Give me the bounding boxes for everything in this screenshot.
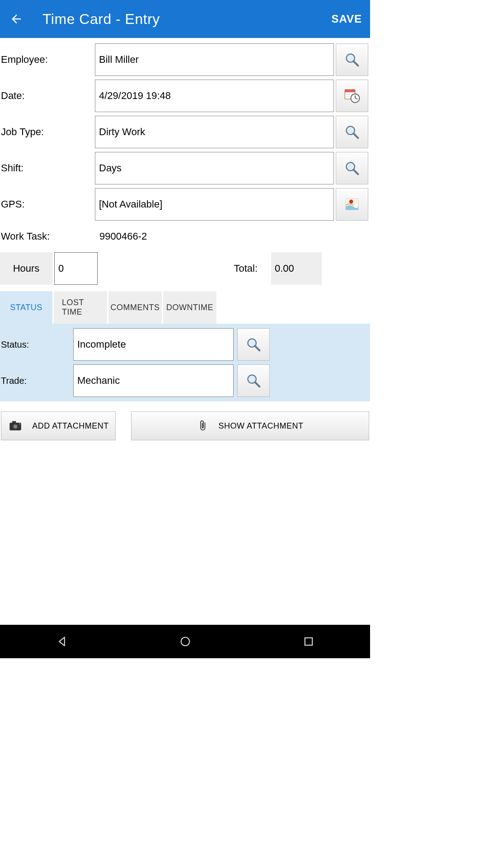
map-icon bbox=[343, 195, 361, 214]
tab-status[interactable]: STATUS bbox=[0, 291, 52, 324]
arrow-back-icon bbox=[9, 12, 23, 26]
employee-row: Employee: Bill Miller bbox=[0, 42, 370, 78]
tab-bar: STATUS LOST TIME COMMENTS DOWNTIME bbox=[0, 291, 370, 324]
svg-line-1 bbox=[353, 61, 358, 66]
status-label: Status: bbox=[1, 340, 73, 350]
add-attachment-button[interactable]: ADD ATTACHMENT bbox=[1, 411, 116, 440]
circle-home-icon bbox=[179, 635, 192, 648]
magnifier-icon bbox=[343, 51, 361, 69]
worktask-value: 9900466-2 bbox=[99, 231, 147, 242]
android-back-button[interactable] bbox=[54, 633, 70, 650]
shift-field[interactable]: Days bbox=[95, 152, 334, 184]
employee-label: Employee: bbox=[1, 54, 95, 66]
gps-label: GPS: bbox=[1, 198, 95, 210]
triangle-back-icon bbox=[56, 635, 68, 648]
svg-rect-20 bbox=[12, 421, 16, 423]
trade-label: Trade: bbox=[1, 376, 73, 386]
status-lookup-button[interactable] bbox=[237, 328, 270, 361]
shift-label: Shift: bbox=[1, 162, 95, 174]
svg-line-12 bbox=[353, 170, 358, 174]
date-field[interactable]: 4/29/2019 19:48 bbox=[95, 80, 334, 112]
content: Employee: Bill Miller Date: 4/29/2019 19… bbox=[0, 38, 370, 625]
employee-lookup-button[interactable] bbox=[336, 43, 368, 76]
svg-point-22 bbox=[14, 425, 17, 428]
add-attachment-label: ADD ATTACHMENT bbox=[32, 421, 108, 431]
android-recents-button[interactable] bbox=[300, 633, 317, 650]
hours-input[interactable]: 0 bbox=[54, 252, 98, 285]
svg-line-18 bbox=[255, 382, 259, 387]
svg-rect-25 bbox=[305, 638, 312, 645]
paperclip-icon bbox=[197, 417, 210, 434]
svg-point-14 bbox=[349, 200, 353, 204]
worktask-label: Work Task: bbox=[1, 231, 99, 242]
attachments-row: ADD ATTACHMENT SHOW ATTACHMENT bbox=[0, 401, 370, 450]
android-home-button[interactable] bbox=[177, 633, 193, 650]
svg-point-23 bbox=[19, 423, 20, 425]
worktask-row: Work Task: 9900466-2 bbox=[0, 222, 370, 250]
back-button[interactable] bbox=[8, 11, 24, 27]
square-recents-icon bbox=[302, 635, 315, 648]
status-field[interactable]: Incomplete bbox=[73, 328, 234, 361]
show-attachment-label: SHOW ATTACHMENT bbox=[219, 421, 304, 431]
hours-row: Hours 0 Total: 0.00 bbox=[0, 250, 370, 287]
svg-rect-3 bbox=[345, 90, 355, 92]
jobtype-field[interactable]: Dirty Work bbox=[95, 116, 334, 148]
camera-icon bbox=[8, 418, 23, 434]
date-row: Date: 4/29/2019 19:48 bbox=[0, 78, 370, 114]
android-nav-bar bbox=[0, 625, 370, 658]
magnifier-icon bbox=[343, 159, 361, 177]
magnifier-icon bbox=[343, 123, 361, 141]
page-title: Time Card - Entry bbox=[42, 11, 160, 28]
tab-lost-time[interactable]: LOST TIME bbox=[54, 291, 107, 324]
shift-lookup-button[interactable] bbox=[336, 152, 368, 184]
total-label: Total: bbox=[234, 263, 271, 274]
svg-line-10 bbox=[353, 133, 358, 138]
jobtype-lookup-button[interactable] bbox=[336, 116, 368, 148]
employee-field[interactable]: Bill Miller bbox=[95, 43, 334, 76]
gps-row: GPS: [Not Available] bbox=[0, 186, 370, 222]
jobtype-label: Job Type: bbox=[1, 126, 95, 138]
status-row: Status: Incomplete bbox=[1, 326, 370, 363]
calendar-clock-icon bbox=[343, 86, 361, 105]
magnifier-icon bbox=[244, 372, 263, 390]
trade-lookup-button[interactable] bbox=[237, 364, 270, 397]
trade-row: Trade: Mechanic bbox=[1, 363, 370, 399]
magnifier-icon bbox=[244, 335, 263, 354]
total-value: 0.00 bbox=[271, 252, 322, 285]
svg-point-24 bbox=[181, 637, 189, 646]
tab-downtime[interactable]: DOWNTIME bbox=[163, 291, 216, 324]
date-picker-button[interactable] bbox=[336, 80, 368, 112]
gps-field[interactable]: [Not Available] bbox=[95, 188, 334, 221]
hours-button[interactable]: Hours bbox=[0, 252, 52, 285]
jobtype-row: Job Type: Dirty Work bbox=[0, 114, 370, 150]
show-attachment-button[interactable]: SHOW ATTACHMENT bbox=[131, 411, 369, 440]
date-label: Date: bbox=[1, 90, 95, 102]
status-panel: Status: Incomplete Trade: Mechanic bbox=[0, 324, 370, 401]
tab-comments[interactable]: COMMENTS bbox=[108, 291, 162, 324]
gps-map-button[interactable] bbox=[336, 188, 368, 221]
app-bar: Time Card - Entry SAVE bbox=[0, 0, 370, 38]
svg-line-16 bbox=[255, 346, 259, 350]
save-button[interactable]: SAVE bbox=[331, 13, 362, 25]
trade-field[interactable]: Mechanic bbox=[73, 364, 234, 397]
shift-row: Shift: Days bbox=[0, 150, 370, 186]
